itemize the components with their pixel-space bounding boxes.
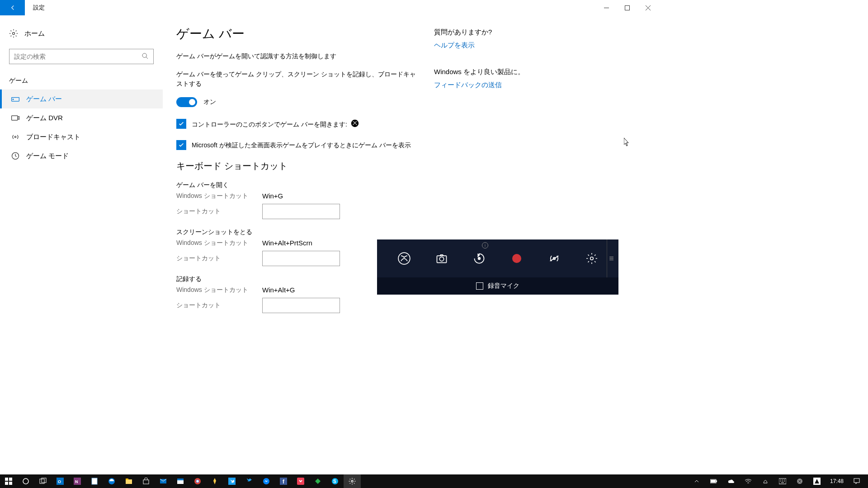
feedback-link[interactable]: フィードバックの送信: [434, 81, 645, 89]
xbox-button[interactable]: [396, 250, 412, 267]
mic-record-label: 録音マイク: [488, 282, 519, 290]
toggle-state-label: オン: [203, 98, 216, 106]
svg-point-5: [14, 136, 16, 137]
gamebar-icon: [11, 94, 20, 103]
checkbox-label: Microsoft が検証した全画面表示ゲームをプレイするときにゲーム バーを表…: [192, 140, 411, 150]
back-button[interactable]: [0, 0, 25, 15]
nav-label: ゲーム バー: [26, 95, 62, 103]
shortcut-name: スクリーンショットをとる: [176, 228, 416, 236]
sidebar: ホーム ゲーム ゲーム バー ゲーム DVR ブロードキャスト ゲーム モード: [0, 15, 163, 355]
nav-item-game-bar[interactable]: ゲーム バー: [0, 89, 163, 108]
checkbox-label: コントローラーのこのボタンでゲーム バーを開きます:: [192, 119, 359, 130]
user-shortcut-input[interactable]: [262, 298, 340, 313]
user-shortcut-label: ショートカット: [176, 301, 262, 310]
nav-group-header: ゲーム: [0, 74, 163, 89]
win-shortcut-label: Windows ショートカット: [176, 286, 262, 294]
broadcast-icon: [11, 132, 20, 141]
info-icon[interactable]: i: [482, 242, 488, 249]
title-bar: 設定: [0, 0, 658, 15]
home-nav[interactable]: ホーム: [0, 25, 163, 42]
nav-item-broadcast[interactable]: ブロードキャスト: [0, 127, 163, 146]
search-box[interactable]: [9, 49, 154, 64]
screenshot-button[interactable]: [434, 250, 450, 267]
help-link[interactable]: ヘルプを表示: [434, 41, 645, 50]
svg-point-10: [439, 257, 443, 261]
close-button[interactable]: [637, 0, 658, 15]
gamebar-toggle[interactable]: [176, 97, 197, 107]
svg-point-11: [478, 258, 480, 260]
page-title: ゲーム バー: [176, 25, 416, 42]
nav-label: ゲーム DVR: [26, 114, 63, 122]
user-shortcut-input[interactable]: [262, 204, 340, 219]
maximize-button[interactable]: [617, 0, 637, 15]
nav-item-game-mode[interactable]: ゲーム モード: [0, 146, 163, 165]
nav-item-game-dvr[interactable]: ゲーム DVR: [0, 108, 163, 127]
svg-rect-4: [12, 116, 18, 120]
mouse-cursor: [624, 138, 630, 149]
settings-button[interactable]: [584, 250, 600, 267]
help-pane: 質問がありますか? ヘルプを表示 Windows をより良い製品に。 フィードバ…: [434, 25, 645, 355]
main-content: ゲーム バー ゲーム バーがゲームを開いて認識する方法を制御します ゲーム バー…: [176, 25, 416, 355]
svg-point-2: [142, 53, 146, 57]
gear-icon: [9, 29, 18, 38]
gamemode-icon: [11, 151, 20, 160]
xbox-icon: [351, 119, 359, 130]
mic-record-checkbox[interactable]: [476, 282, 483, 290]
record-button[interactable]: [509, 250, 525, 267]
svg-point-13: [590, 257, 593, 260]
keyboard-shortcuts-title: キーボード ショートカット: [176, 160, 416, 172]
svg-rect-0: [625, 5, 629, 10]
minimize-button[interactable]: [596, 0, 617, 15]
drag-handle[interactable]: ≡: [607, 239, 616, 277]
help-heading: 質問がありますか?: [434, 28, 645, 37]
search-input[interactable]: [14, 53, 142, 60]
win-shortcut-value: Win+G: [262, 192, 283, 200]
user-shortcut-label: ショートカット: [176, 207, 262, 216]
win-shortcut-value: Win+Alt+G: [262, 286, 295, 294]
nav-label: ブロードキャスト: [26, 133, 80, 141]
svg-point-1: [13, 33, 15, 35]
user-shortcut-input[interactable]: [262, 251, 340, 266]
game-bar-overlay: i ≡ 録音マイク: [377, 239, 618, 295]
feedback-heading: Windows をより良い製品に。: [434, 68, 645, 76]
broadcast-button[interactable]: [546, 250, 562, 267]
search-icon: [142, 52, 149, 61]
record-last-button[interactable]: [471, 250, 487, 267]
toggle-description: ゲーム バーを使ってゲーム クリップ、スクリーン ショットを記録し、ブロードキャ…: [176, 70, 416, 88]
controller-open-checkbox[interactable]: [176, 119, 186, 129]
user-shortcut-label: ショートカット: [176, 254, 262, 263]
win-shortcut-label: Windows ショートカット: [176, 192, 262, 200]
shortcut-name: ゲーム バーを開く: [176, 181, 416, 189]
fullscreen-gamebar-checkbox[interactable]: [176, 140, 186, 150]
window-title: 設定: [25, 0, 596, 15]
page-subtitle: ゲーム バーがゲームを開いて認識する方法を制御します: [176, 52, 416, 61]
nav-label: ゲーム モード: [26, 152, 69, 160]
home-label: ホーム: [24, 29, 45, 38]
win-shortcut-value: Win+Alt+PrtScrn: [262, 239, 312, 247]
win-shortcut-label: Windows ショートカット: [176, 239, 262, 247]
dvr-icon: [11, 113, 20, 122]
